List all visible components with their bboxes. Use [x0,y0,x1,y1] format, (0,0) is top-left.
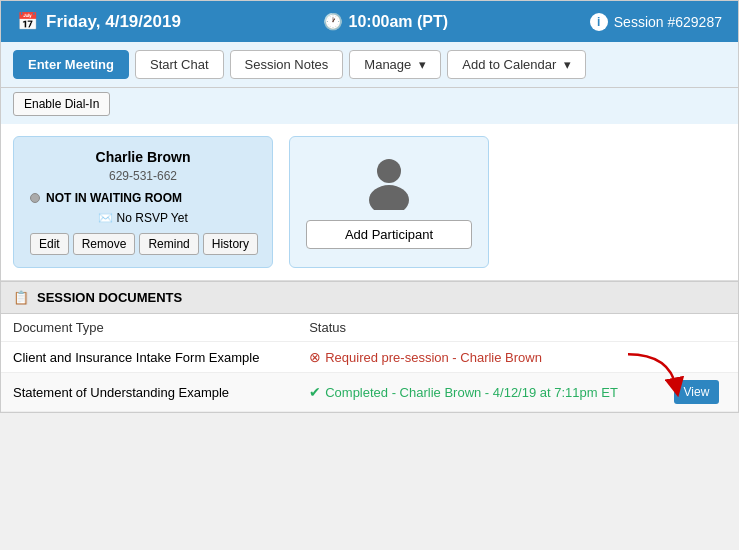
doc-action-1 [662,342,738,373]
required-text: Required pre-session - Charlie Brown [325,350,542,365]
header-time: 🕐 10:00am (PT) [323,12,449,31]
participant-actions: Edit Remove Remind History [30,233,256,255]
rsvp-icon: ✉️ [98,211,113,225]
info-icon: i [590,13,608,31]
waiting-room-label: NOT IN WAITING ROOM [46,191,182,205]
doc-status-2: ✔ Completed - Charlie Brown - 4/12/19 at… [297,373,661,412]
app-container: 📅 Friday, 4/19/2019 🕐 10:00am (PT) i Ses… [0,0,739,413]
col-header-status: Status [297,314,661,342]
participant-phone: 629-531-662 [30,169,256,183]
view-button[interactable]: View [674,380,720,404]
table-row: Statement of Understanding Example ✔ Com… [1,373,738,412]
edit-button[interactable]: Edit [30,233,69,255]
date-text: Friday, 4/19/2019 [46,12,181,32]
doc-type-1: Client and Insurance Intake Form Example [1,342,297,373]
doc-action-2: View [662,373,738,412]
participant-name: Charlie Brown [30,149,256,165]
completed-text: Completed - Charlie Brown - 4/12/19 at 7… [325,385,618,400]
enter-meeting-button[interactable]: Enter Meeting [13,50,129,79]
dial-in-row: Enable Dial-In [1,88,738,124]
required-icon: ⊗ [309,349,321,365]
toolbar: Enter Meeting Start Chat Session Notes M… [1,42,738,88]
table-row: Client and Insurance Intake Form Example… [1,342,738,373]
col-header-action [662,314,738,342]
session-notes-button[interactable]: Session Notes [230,50,344,79]
doc-status-1: ⊗ Required pre-session - Charlie Brown [297,342,661,373]
session-number: Session #629287 [614,14,722,30]
clock-icon: 🕐 [323,12,343,31]
docs-table: Document Type Status Client and Insuranc… [1,314,738,412]
avatar-icon [364,155,414,210]
participants-area: Charlie Brown 629-531-662 NOT IN WAITING… [1,124,738,281]
time-text: 10:00am (PT) [349,13,449,31]
session-docs-title: SESSION DOCUMENTS [37,290,182,305]
session-documents: 📋 SESSION DOCUMENTS Document Type Status… [1,281,738,412]
remind-button[interactable]: Remind [139,233,198,255]
header-date: 📅 Friday, 4/19/2019 [17,11,181,32]
rsvp-text: No RSVP Yet [117,211,188,225]
start-chat-button[interactable]: Start Chat [135,50,224,79]
add-participant-card: Add Participant [289,136,489,268]
history-button[interactable]: History [203,233,258,255]
col-header-doc-type: Document Type [1,314,297,342]
svg-point-1 [369,185,409,210]
status-required-badge: ⊗ Required pre-session - Charlie Brown [309,349,649,365]
rsvp-status: ✉️ No RSVP Yet [30,211,256,225]
arrow-container: Document Type Status Client and Insuranc… [1,314,738,412]
header: 📅 Friday, 4/19/2019 🕐 10:00am (PT) i Ses… [1,1,738,42]
doc-type-2: Statement of Understanding Example [1,373,297,412]
participant-card: Charlie Brown 629-531-662 NOT IN WAITING… [13,136,273,268]
session-docs-header: 📋 SESSION DOCUMENTS [1,281,738,314]
status-completed-badge: ✔ Completed - Charlie Brown - 4/12/19 at… [309,384,649,400]
waiting-room-status: NOT IN WAITING ROOM [30,191,256,205]
calendar-icon: 📅 [17,11,38,32]
status-dot [30,193,40,203]
enable-dial-in-button[interactable]: Enable Dial-In [13,92,110,116]
docs-icon: 📋 [13,290,29,305]
add-to-calendar-button[interactable]: Add to Calendar [447,50,586,79]
remove-button[interactable]: Remove [73,233,136,255]
svg-point-0 [377,159,401,183]
completed-icon: ✔ [309,384,321,400]
manage-button[interactable]: Manage [349,50,441,79]
add-participant-button[interactable]: Add Participant [306,220,472,249]
header-session: i Session #629287 [590,13,722,31]
